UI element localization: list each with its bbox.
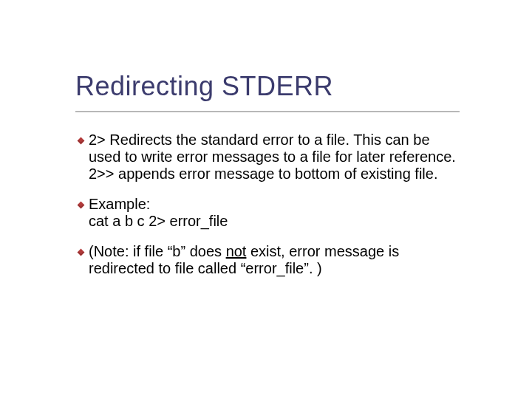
bullet-block-3: (Note: if file “b” does not exist, error…	[89, 243, 457, 277]
note-text: (Note: if file “b” does not exist, error…	[89, 243, 457, 277]
note-pre: (Note: if file “b” does	[89, 243, 226, 259]
slide-body: 2> Redirects the standard error to a fil…	[89, 132, 457, 290]
note-not: not	[226, 243, 247, 259]
slide: Redirecting STDERR 2> Redirects the stan…	[0, 0, 532, 399]
slide-title: Redirecting STDERR	[75, 72, 460, 100]
example-command: cat a b c 2> error_file	[89, 213, 457, 230]
body-text-1b: 2>> appends error message to bottom of e…	[89, 166, 457, 183]
title-underline	[75, 111, 460, 112]
bullet-block-1: 2> Redirects the standard error to a fil…	[89, 132, 457, 183]
example-label: Example:	[89, 196, 457, 213]
title-block: Redirecting STDERR	[75, 72, 460, 112]
body-text-1a: 2> Redirects the standard error to a fil…	[89, 132, 457, 166]
bullet-block-2: Example: cat a b c 2> error_file	[89, 196, 457, 230]
